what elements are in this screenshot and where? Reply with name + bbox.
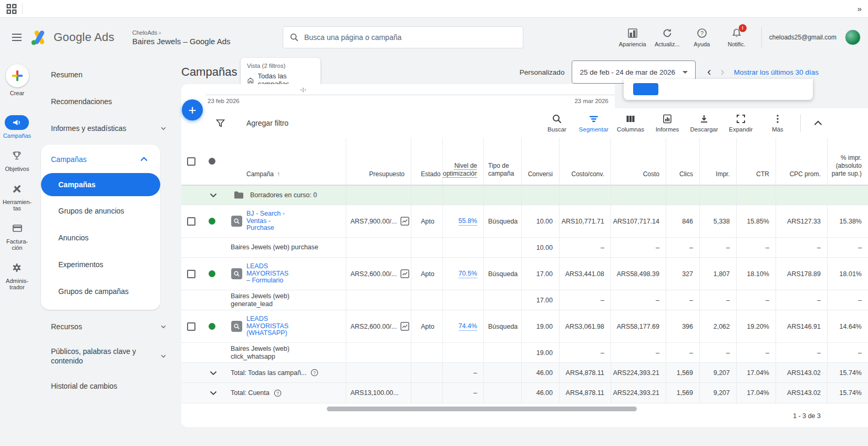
rail-item-goals[interactable]: Objetivos [5, 150, 29, 172]
nav-item-informes[interactable]: Informes y estadísticas [34, 115, 181, 141]
nav-sub-grupos-campanas[interactable]: Grupos de campañas [41, 278, 160, 305]
header-costo-conv[interactable]: Costo/conv. [559, 138, 611, 185]
search-input[interactable] [304, 33, 516, 42]
appearance-button[interactable]: Apariencia [615, 28, 650, 47]
show-last-30-link[interactable]: Mostrar los últimos 30 días [734, 68, 819, 76]
status-enabled-dot[interactable] [209, 270, 215, 277]
chevron-down-icon [160, 323, 167, 330]
download-button[interactable]: Descargar [686, 114, 722, 133]
account-breadcrumb[interactable]: CheloAds › Baires Jewels – Google Ads [132, 29, 231, 46]
campaign-row: LEADS MAYORISTAS (WHATSAPP) ARS2,600.00/… [181, 310, 868, 343]
header-clics[interactable]: Clics [666, 138, 699, 185]
campaign-name-link[interactable]: BJ - Search - Ventas - Purchase [246, 210, 290, 232]
budget-value[interactable]: ARS7,900.00/... [350, 218, 397, 225]
rail-item-admin[interactable]: Adminis- trador [6, 262, 28, 290]
more-button[interactable]: Más [759, 114, 796, 133]
more-vertical-icon [772, 114, 783, 124]
help-button[interactable]: ? Ayuda [685, 28, 719, 47]
tipo-value: Búsqueda [483, 205, 521, 237]
header-presupuesto[interactable]: Presupuesto [346, 138, 411, 185]
rail-item-campaigns[interactable]: Campañas [3, 115, 31, 139]
avatar[interactable] [845, 29, 861, 45]
help-circle-icon[interactable]: ? [274, 389, 282, 397]
nav-item-resumen[interactable]: Resumen [34, 61, 181, 88]
budget-chart-icon[interactable] [400, 322, 409, 331]
status-filter-dot[interactable] [209, 158, 215, 165]
header-campana[interactable]: Campaña↑ [222, 138, 346, 185]
budget-chart-icon[interactable] [400, 269, 409, 278]
date-next-button[interactable]: › [720, 65, 724, 79]
overflow-chevrons[interactable]: » [857, 4, 862, 13]
status-enabled-dot[interactable] [209, 218, 215, 225]
drag-handle-icon[interactable] [299, 87, 307, 93]
header-tipo-campana[interactable]: Tipo de campaña [483, 138, 521, 185]
campaign-name-link[interactable]: LEADS MAYORISTAS – Formulario [246, 263, 290, 285]
header-ctr[interactable]: CTR [736, 138, 776, 185]
status-enabled-dot[interactable] [209, 323, 215, 330]
header-impr-abs[interactable]: % impr. (absoluto parte sup.) [827, 138, 868, 185]
icon-rail: Crear Campañas Objetivos [0, 57, 34, 446]
row-checkbox[interactable] [187, 217, 195, 226]
add-campaign-button[interactable]: + [182, 99, 203, 120]
row-checkbox[interactable] [187, 270, 195, 278]
rail-item-billing[interactable]: Factura- ción [6, 223, 28, 251]
campaign-name-link[interactable]: LEADS MAYORISTAS (WHATSAPP) [246, 316, 290, 337]
nav-drawer: Resumen Recomendaciones Informes y estad… [34, 57, 181, 446]
nav-sub-grupos-anuncios[interactable]: Grupos de anuncios [41, 197, 160, 224]
rail-item-tools[interactable]: Herramien- tas [3, 184, 32, 211]
nav-item-recursos[interactable]: Recursos [34, 313, 181, 340]
date-range-value: 25 de feb - 24 de mar de 2026 [580, 68, 675, 76]
nav-sub-campanas[interactable]: Campañas [41, 173, 160, 196]
optimization-score-link[interactable]: 70.5% [459, 270, 477, 278]
optimization-score-link[interactable]: 55.8% [459, 217, 477, 226]
optimization-score-link[interactable]: 74.4% [459, 322, 477, 331]
apps-grid-icon[interactable] [6, 4, 17, 14]
select-all-checkbox[interactable] [187, 157, 195, 166]
date-prev-button[interactable]: ‹ [707, 65, 711, 79]
horizontal-scrollbar[interactable] [327, 407, 637, 411]
dash: – [442, 363, 483, 382]
refresh-button[interactable]: Actualiz... [650, 28, 685, 47]
header-estado[interactable]: Estado [411, 138, 442, 185]
panel-primary-button[interactable] [633, 83, 658, 95]
header-costo[interactable]: Costo [611, 138, 666, 185]
trophy-icon [12, 150, 22, 161]
nav-sub-experimentos[interactable]: Experimentos [41, 251, 160, 278]
row-checkbox[interactable] [187, 322, 195, 331]
header-impr[interactable]: Impr. [699, 138, 736, 185]
nav-group-campanas[interactable]: Campañas [41, 147, 160, 172]
nav-item-recomendaciones[interactable]: Recomendaciones [34, 88, 181, 115]
filter-icon[interactable] [215, 118, 225, 128]
segment-button[interactable]: Segmentar [575, 114, 612, 133]
nav-sub-anuncios[interactable]: Anuncios [41, 224, 160, 251]
expand-button[interactable]: Expandir [722, 114, 759, 133]
create-button[interactable]: Crear [6, 64, 29, 96]
add-filter-button[interactable]: Agregar filtro [246, 119, 288, 127]
reports-button[interactable]: Informes [649, 114, 686, 133]
conversiones-total: 46.00 [521, 383, 559, 403]
chevron-down-icon[interactable] [209, 388, 218, 398]
chart-axis-line [205, 95, 615, 95]
header-nivel-optimizacion[interactable]: Nivel de optimización [442, 138, 483, 185]
help-circle-icon[interactable]: ? [311, 369, 318, 377]
collapse-toolbar-icon[interactable] [811, 116, 825, 130]
table-header-row: Campaña↑ Presupuesto Estado Nivel de opt… [181, 138, 868, 185]
notifications-button[interactable]: ! Notific. [719, 28, 754, 47]
budget-chart-icon[interactable] [400, 217, 409, 226]
account-email[interactable]: cheloads25@gmail.com [769, 34, 836, 41]
total-account-row: Total: Cuenta ? ARS13,100.00... – 46.00 … [181, 383, 868, 403]
chevron-down-icon[interactable] [209, 368, 218, 378]
nav-item-publicos[interactable]: Públicos, palabras clave y contenido [34, 340, 181, 372]
google-ads-logo[interactable]: Google Ads [30, 29, 115, 46]
header-conversiones[interactable]: Conversi [521, 138, 559, 185]
budget-value[interactable]: ARS2,600.00/... [350, 270, 397, 278]
budget-value[interactable]: ARS2,600.00/... [350, 323, 397, 330]
chevron-down-icon[interactable] [209, 190, 218, 200]
nav-item-historial[interactable]: Historial de cambios [34, 372, 181, 399]
conversiones-value: 17.00 [521, 290, 559, 310]
search-table-button[interactable]: Buscar [539, 114, 575, 133]
global-search[interactable] [283, 26, 523, 48]
menu-icon[interactable] [11, 31, 23, 44]
header-cpc-prom[interactable]: CPC prom. [776, 138, 827, 185]
columns-button[interactable]: Columnas [612, 114, 649, 133]
